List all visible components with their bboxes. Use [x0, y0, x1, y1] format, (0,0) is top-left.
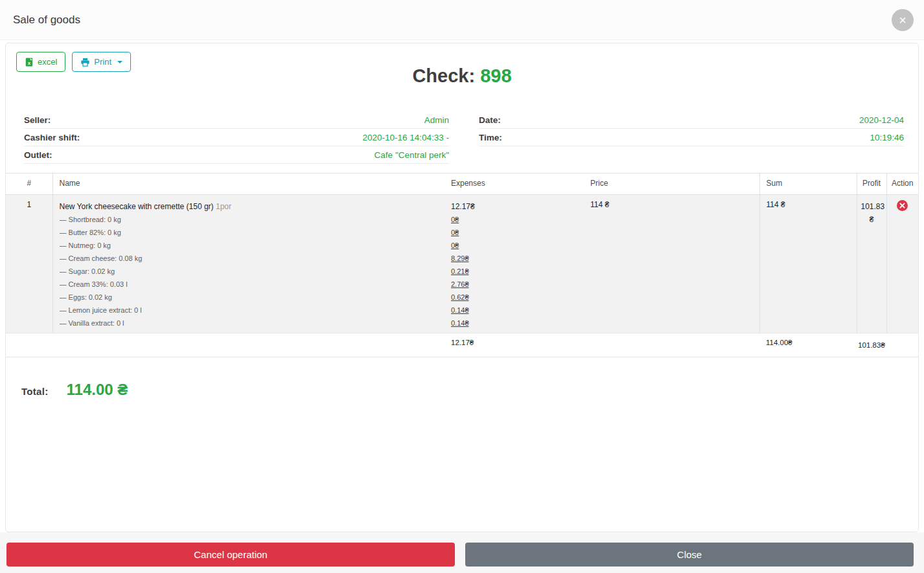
ingredient-name: — Sugar: 0.02 kg — [60, 265, 439, 278]
ingredient-expense-link[interactable]: 0.14₴ — [451, 319, 469, 327]
time-value: 10:19:46 — [870, 133, 904, 142]
ingredient-name: — Cream cheese: 0.08 kg — [60, 252, 439, 265]
info-row-time: Time: 10:19:46 — [479, 129, 904, 146]
print-button-label: Print — [94, 57, 111, 67]
column-header-expenses: Expenses — [445, 174, 584, 195]
check-panel: x excel Print Check: 898 Seller: Admin — [5, 43, 919, 532]
ingredient-expense-link[interactable]: 8.29₴ — [451, 254, 469, 262]
row-number: 1 — [6, 195, 52, 333]
totals-expenses: 12.17₴ — [445, 333, 584, 357]
ingredient-expense-link[interactable]: 0₴ — [451, 229, 459, 236]
grand-total: Total: 114.00 ₴ — [21, 381, 918, 399]
check-label: Check: — [412, 65, 475, 86]
totals-price-cell — [584, 333, 759, 357]
product-name: New York cheesecake with cremette (150 g… — [60, 202, 214, 211]
ingredient-expense-link[interactable]: 0.14₴ — [451, 306, 469, 314]
info-row-cashier-shift: Cashier shift: 2020-10-16 14:04:33 - — [24, 129, 449, 146]
totals-action-cell — [886, 333, 918, 357]
cashier-shift-value: 2020-10-16 14:04:33 - — [362, 133, 449, 142]
column-header-name: Name — [52, 174, 445, 195]
ingredient-expense-link[interactable]: 0₴ — [451, 216, 459, 223]
outlet-value: Cafe "Central perk" — [375, 150, 449, 160]
table-row: 1 New York cheesecake with cremette (150… — [6, 195, 918, 333]
ingredient-expense-link[interactable]: 0.62₴ — [451, 293, 469, 301]
excel-icon: x — [25, 58, 34, 67]
total-label: Total: — [21, 386, 49, 397]
product-expense: 12.17₴ — [451, 200, 577, 213]
column-header-price: Price — [584, 174, 759, 195]
modal-title: Sale of goods — [13, 14, 80, 27]
info-left-column: Seller: Admin Cashier shift: 2020-10-16 … — [24, 111, 449, 164]
close-icon[interactable]: × — [892, 9, 914, 31]
ingredient-name: — Nutmeg: 0 kg — [60, 239, 439, 252]
totals-num-cell — [6, 333, 52, 357]
time-label: Time: — [479, 133, 502, 142]
sum-cell: 114 ₴ — [759, 195, 857, 333]
column-header-profit: Profit — [857, 174, 886, 195]
seller-value: Admin — [424, 115, 449, 125]
svg-text:x: x — [28, 60, 31, 65]
cashier-shift-label: Cashier shift: — [24, 133, 80, 142]
seller-label: Seller: — [24, 115, 51, 125]
check-number: 898 — [480, 65, 511, 86]
chevron-down-icon — [117, 61, 122, 63]
expenses-cell: 12.17₴ 0₴ 0₴ 0₴ 8.29₴ 0.21₴ 2.76₴ 0.62₴ … — [445, 195, 584, 333]
column-header-sum: Sum — [759, 174, 857, 195]
modal-body: x excel Print Check: 898 Seller: Admin — [0, 40, 924, 532]
ingredient-name: — Lemon juice extract: 0 l — [60, 304, 439, 317]
info-row-outlet: Outlet: Cafe "Central perk" — [24, 146, 449, 164]
modal-header: Sale of goods × — [0, 0, 924, 40]
column-header-action: Action — [886, 174, 918, 195]
totals-name-cell — [52, 333, 445, 357]
ingredient-expense-link[interactable]: 0.21₴ — [451, 267, 469, 275]
page-title: Check: 898 — [6, 65, 918, 87]
totals-sum: 114.00₴ — [759, 333, 857, 357]
product-line: New York cheesecake with cremette (150 g… — [60, 200, 439, 213]
cancel-operation-button[interactable]: Cancel operation — [6, 543, 455, 567]
ingredient-expense-link[interactable]: 2.76₴ — [451, 280, 469, 288]
printer-icon — [80, 58, 90, 67]
totals-profit: 101.83₴ — [857, 333, 886, 357]
modal-footer: Cancel operation Close — [0, 532, 924, 573]
price-cell: 114 ₴ — [584, 195, 759, 333]
close-button[interactable]: Close — [465, 543, 914, 567]
table-header-row: # Name Expenses Price Sum Profit Action — [6, 174, 918, 195]
product-cell: New York cheesecake with cremette (150 g… — [52, 195, 445, 333]
info-right-column: Date: 2020-12-04 Time: 10:19:46 — [479, 111, 904, 164]
ingredient-name: — Eggs: 0.02 kg — [60, 291, 439, 304]
ingredient-name: — Butter 82%: 0 kg — [60, 226, 439, 239]
profit-cell: 101.83 ₴ — [857, 195, 886, 333]
ingredient-name: — Vanilla extract: 0 l — [60, 317, 439, 330]
ingredient-expense-link[interactable]: 0₴ — [451, 242, 459, 249]
check-info: Seller: Admin Cashier shift: 2020-10-16 … — [6, 111, 918, 164]
outlet-label: Outlet: — [24, 150, 52, 160]
excel-button-label: excel — [38, 57, 57, 67]
totals-row: 12.17₴ 114.00₴ 101.83₴ — [6, 333, 918, 357]
total-value: 114.00 ₴ — [67, 381, 128, 399]
date-label: Date: — [479, 115, 501, 125]
goods-table: # Name Expenses Price Sum Profit Action … — [6, 173, 918, 357]
action-cell — [886, 195, 918, 333]
excel-button[interactable]: x excel — [16, 52, 65, 72]
info-row-date: Date: 2020-12-04 — [479, 111, 904, 129]
product-quantity: 1por — [216, 202, 231, 211]
export-toolbar: x excel Print — [16, 52, 131, 72]
remove-item-icon[interactable] — [897, 200, 908, 211]
print-button[interactable]: Print — [72, 52, 131, 72]
info-row-seller: Seller: Admin — [24, 111, 449, 129]
column-header-num: # — [6, 174, 52, 195]
ingredient-name: — Cream 33%: 0.03 l — [60, 278, 439, 291]
date-value: 2020-12-04 — [859, 115, 904, 125]
ingredient-name: — Shortbread: 0 kg — [60, 213, 439, 226]
